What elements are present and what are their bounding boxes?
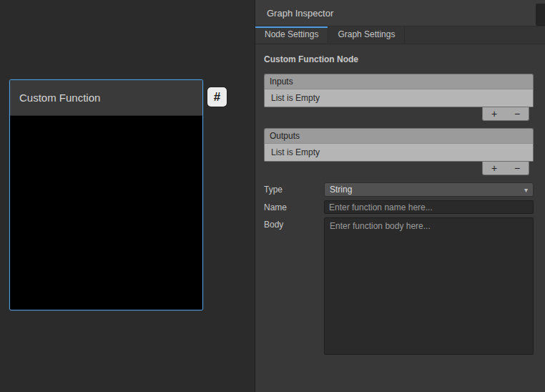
outputs-empty-label: List is Empty <box>271 147 320 157</box>
outputs-list: Outputs List is Empty + − <box>264 128 534 175</box>
section-title: Custom Function Node <box>264 54 534 64</box>
outputs-add-button[interactable]: + <box>485 163 504 173</box>
custom-function-node[interactable]: Custom Function <box>9 79 203 310</box>
type-dropdown[interactable]: String ▾ <box>324 182 534 197</box>
chevron-down-icon: ▾ <box>524 186 528 194</box>
outputs-remove-button[interactable]: − <box>508 163 526 173</box>
inputs-add-button[interactable]: + <box>485 109 504 119</box>
hash-badge: # <box>207 87 227 107</box>
function-body-textarea[interactable] <box>324 217 534 355</box>
inputs-empty-row: List is Empty <box>264 89 534 107</box>
node-title: Custom Function <box>19 92 100 104</box>
type-dropdown-value: String <box>330 185 352 195</box>
graph-inspector-panel: Graph Inspector Node Settings Graph Sett… <box>255 0 545 392</box>
type-label: Type <box>264 185 324 195</box>
outputs-empty-row: List is Empty <box>264 143 534 162</box>
node-preview <box>10 116 202 310</box>
tab-graph-settings[interactable]: Graph Settings <box>328 26 405 44</box>
hash-icon: # <box>214 90 220 104</box>
function-name-input[interactable] <box>324 200 534 214</box>
node-header[interactable]: Custom Function <box>10 80 202 116</box>
tab-node-settings[interactable]: Node Settings <box>255 26 328 44</box>
inputs-list-footer: + − <box>482 107 529 121</box>
inputs-empty-label: List is Empty <box>271 93 320 103</box>
name-field-row: Name <box>264 200 534 214</box>
body-label: Body <box>264 217 324 230</box>
inputs-remove-button[interactable]: − <box>508 109 526 119</box>
panel-title: Graph Inspector <box>267 8 333 19</box>
outputs-list-footer: + − <box>482 162 529 175</box>
inspector-title-bar: Graph Inspector <box>255 0 545 26</box>
name-label: Name <box>264 202 324 212</box>
type-field-row: Type String ▾ <box>264 182 534 197</box>
inspector-content: Custom Function Node Inputs List is Empt… <box>255 54 545 355</box>
body-field-row: Body <box>264 217 534 355</box>
outputs-list-header: Outputs <box>264 128 534 143</box>
scrollbar-track <box>536 4 545 26</box>
inputs-list: Inputs List is Empty + − <box>264 74 534 121</box>
tab-bar: Node Settings Graph Settings <box>255 26 545 44</box>
graph-canvas[interactable]: Custom Function # <box>0 0 255 392</box>
inputs-list-header: Inputs <box>264 74 534 89</box>
